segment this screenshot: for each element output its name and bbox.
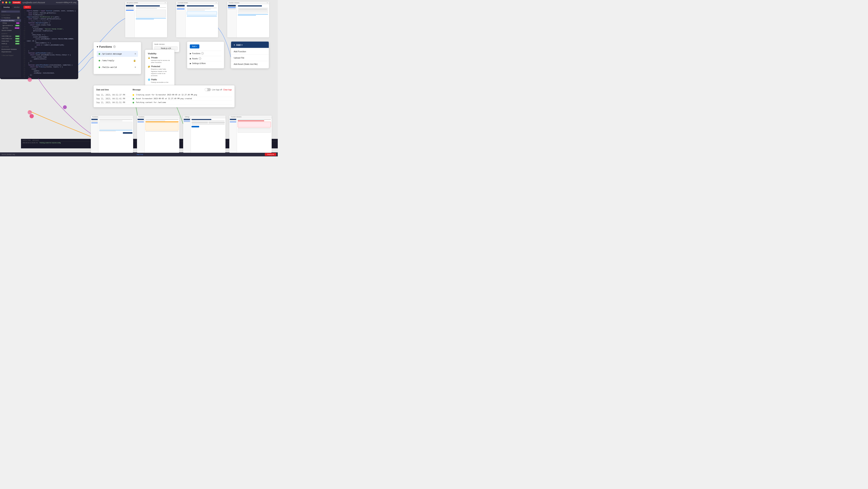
sidebar-locations-badge: Public xyxy=(15,25,20,26)
sidebar-html-badge: Public xyxy=(15,40,20,42)
vis-option-public-header: 🌐 Public xyxy=(148,78,172,81)
vis-option-private[interactable]: 🔒 Private Intended only for access via o… xyxy=(148,57,172,64)
log-time-2: Sep 11, 2023, 04:51:41 PM xyxy=(96,98,131,100)
code-line-23: 23 .update(context); xyxy=(22,58,77,60)
sidebar-item-vaccine[interactable]: ▾ vaccine-standby1 xyxy=(0,19,21,22)
thumbnail-bot-3[interactable]: Settings xyxy=(183,116,225,153)
live-logs-toggle[interactable] xyxy=(205,88,211,91)
thumb-nav-3a xyxy=(228,7,236,8)
thumb-bot-main-1 xyxy=(98,118,133,153)
thumb-bot-main-3 xyxy=(191,118,225,153)
sidebar-item-functions[interactable]: ⬡ Functions ⓘ xyxy=(0,17,21,19)
thumb-bot-r2b xyxy=(145,121,165,121)
thumb-bot-header-2: Functions xyxy=(137,116,179,118)
fl-functions-chevron: ▶ xyxy=(190,53,191,55)
vis-protected-desc: Requires a valid Twilio Signature header… xyxy=(148,68,172,77)
thumb-nav-3b xyxy=(228,8,236,9)
fl-settings-title[interactable]: ▶ Settings & More xyxy=(190,62,221,64)
functions-collapse-icon[interactable]: ▾ xyxy=(97,45,98,48)
thumb-sidebar-1 xyxy=(125,4,135,37)
functions-item-private-message[interactable]: /private-message ⊕ xyxy=(97,51,138,57)
code-line-24: 24 }); xyxy=(22,60,77,62)
clear-logs-button[interactable]: Clear logs xyxy=(223,89,232,91)
log-col-msg-header: Message xyxy=(132,89,203,91)
sidebar-docs[interactable]: □ Docs and Support xyxy=(0,54,21,57)
sidebar-item-dependencies[interactable]: Dependencies xyxy=(0,51,21,53)
thumb-bot-r1a xyxy=(99,119,132,120)
add-ai-btn[interactable]: Add AI xyxy=(24,6,31,9)
thumb-nav-2a xyxy=(177,7,185,8)
thumb-bot-sidebar-2 xyxy=(137,118,145,153)
tab-monitor[interactable]: Monitor xyxy=(12,6,22,9)
thumb-bot-r3b xyxy=(191,124,225,125)
thumb-bot-r1c xyxy=(99,130,132,130)
thumb-detail-box-2 xyxy=(187,11,217,15)
thumb-bot-title-2: Functions xyxy=(138,116,144,118)
thumb-row-1c xyxy=(136,18,166,19)
vis-option-protected-header: 🔐 Protected xyxy=(148,65,172,67)
log-msg-3: Fetching content for /welcome xyxy=(136,101,232,103)
functions-item-hello-world[interactable]: /hello-world ⊕ xyxy=(97,64,138,70)
thumbnail-bot-2[interactable]: Functions xyxy=(137,116,179,153)
sidebar-item-env-vars[interactable]: Environment Variables xyxy=(0,48,21,51)
fl-assets-info[interactable]: ⓘ xyxy=(198,57,201,60)
fl-functions-section: ▶ Functions ⓘ xyxy=(190,51,221,56)
thumbnail-bot-4[interactable]: Function Versions xyxy=(229,116,272,153)
code-line-7: 7 return client.studio.flows xyxy=(22,24,77,26)
fl-functions-title[interactable]: ▶ Functions ⓘ xyxy=(190,52,221,55)
sidebar-section-assets: Assets xyxy=(0,32,21,35)
thumb-bot-btn-1 xyxy=(123,132,132,134)
code-line-9: 9 friendlyName: 'Vaccine Standy Intake', xyxy=(22,28,77,30)
sidebar-item-setup[interactable]: /Setup Auto xyxy=(0,22,21,24)
add-asset-item[interactable]: Add Asset (Static text file) xyxy=(231,61,269,67)
thumbnail-dev-phone[interactable]: dev-phone-104483 × xyxy=(125,2,167,37)
vis-option-public[interactable]: 🌐 Public Publicly accessible on the xyxy=(148,78,172,83)
add-plus-icon: + xyxy=(234,44,235,46)
sidebar-item-index-js[interactable]: /index.js Public xyxy=(0,42,21,45)
sidebar-item-vaccine-csv[interactable]: /VACCINE.csv Public xyxy=(0,35,21,37)
fl-assets-title[interactable]: ▶ Assets ⓘ xyxy=(190,57,221,60)
code-line-15: 15 .then((numbers) => { xyxy=(22,42,77,44)
thumb-sidebar-3 xyxy=(227,4,237,37)
thumb-bot-r3a xyxy=(191,121,225,121)
add-dropdown-header: + Add + xyxy=(231,42,269,48)
thumbnail-function-versions[interactable]: Function Versions × xyxy=(227,2,269,37)
tab-develop[interactable]: Develop xyxy=(2,6,12,9)
sidebar-item-index-html[interactable]: /index.html Public xyxy=(0,40,21,42)
code-line-2: 2 const assets = Runtime.getAssets(); xyxy=(22,12,77,14)
ide-search-input[interactable] xyxy=(1,10,20,12)
thumbnail-bot-1[interactable]: Functions xyxy=(91,116,133,153)
code-line-26: 26 function updatePhoneNumber(statusCall… xyxy=(22,64,77,66)
code-line-8: 8 .create({ xyxy=(22,26,77,28)
thumb-bot-error-box-4 xyxy=(238,122,271,127)
functions-item-sms-reply[interactable]: /sms/reply 🔒 xyxy=(97,58,138,64)
add-function-item[interactable]: Add Function xyxy=(231,49,269,54)
thumbnail-live-build[interactable]: Live Build Details × xyxy=(176,2,218,37)
code-line-3: 3 const FindFunction = require(assets['/… xyxy=(22,14,77,18)
log-time-3: Sep 11, 2023, 04:51:51 PM xyxy=(96,101,131,104)
toggle-thumb xyxy=(205,88,208,91)
thumb-bot-main-2 xyxy=(145,118,179,153)
functions-info-icon[interactable]: ⓘ xyxy=(113,45,116,48)
log-time-1: Sep 11, 2023, 04:51:37 PM xyxy=(96,94,131,96)
sidebar-vaccine2-badge: Public xyxy=(15,38,20,39)
vis-public-icon: 🌐 xyxy=(148,78,150,81)
upload-file-item[interactable]: Upload File xyxy=(231,55,269,61)
thumb-bot-sidebar-1 xyxy=(91,118,98,153)
log-row-1: Sep 11, 2023, 04:51:37 PM Creating asset… xyxy=(96,93,232,97)
sidebar-item-service[interactable]: Service Details xyxy=(0,29,21,32)
fl-settings-label: Settings & More xyxy=(192,62,206,64)
fl-functions-info[interactable]: ⓘ xyxy=(201,52,204,55)
fl-add-button[interactable]: Add + xyxy=(190,44,199,48)
thumb-body-2 xyxy=(176,4,218,37)
thumb-bot-warning-2 xyxy=(145,122,179,122)
vis-option-protected[interactable]: 🔐 Protected Requires a valid Twilio Sign… xyxy=(148,65,172,77)
thumb-bot-sidebar-4 xyxy=(229,118,237,153)
ide-code-editor[interactable]: 1exports.handler = async function (conte… xyxy=(21,9,78,77)
sidebar-item-vaccine2-csv[interactable]: /VACCINE2.csv Public xyxy=(0,37,21,40)
vis-private-label: Private xyxy=(151,57,158,59)
sidebar-item-locations[interactable]: /get-locations-a Public xyxy=(0,24,21,27)
sidebar-section-functions: Functions xyxy=(0,14,21,17)
add-dropdown-divider-1 xyxy=(231,48,269,48)
sidebar-item-flow[interactable]: /get-flow Private xyxy=(0,27,21,29)
